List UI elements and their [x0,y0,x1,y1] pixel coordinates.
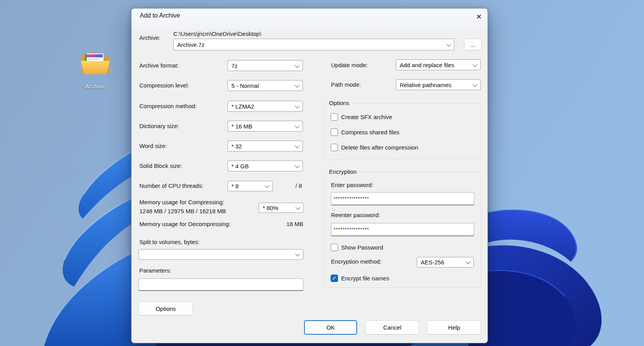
checkbox-create-sfx[interactable]: ✓ [331,113,338,121]
path-mode-label: Path mode: [331,81,361,88]
dictionary-size-label: Dictionary size: [139,123,179,130]
dictionary-size-combobox[interactable]: * 16 MB [228,121,303,132]
archive-label: Archive: [139,34,160,41]
checkbox-compress-shared-label: Compress shared files [341,129,399,136]
path-mode-value: Relative pathnames [400,82,471,88]
dialog-title: Add to Archive [140,12,180,19]
compression-method-value: * LZMA2 [231,103,293,110]
archive-name-value: Archive.7z [177,41,445,48]
path-mode-combobox[interactable]: Relative pathnames [396,79,481,90]
reenter-password-label: Reenter password: [331,212,380,219]
titlebar[interactable] [132,9,487,29]
cpu-threads-combobox[interactable]: * 8 [228,181,273,191]
compression-method-label: Compression method: [139,103,197,110]
chevron-down-icon [295,123,300,128]
archive-format-combobox[interactable]: 7z [228,60,303,71]
chevron-down-icon [265,183,270,188]
word-size-combobox[interactable]: * 32 [228,141,303,152]
chevron-down-icon [295,82,300,87]
options-group-legend: Options [327,100,351,106]
parameters-label: Parameters: [139,267,171,274]
chevron-down-icon [295,205,301,210]
solid-block-size-label: Solid Block size: [139,162,182,169]
parameters-input[interactable] [139,278,303,291]
archive-format-label: Archive format: [139,62,179,69]
archive-format-value: 7z [231,62,293,69]
reenter-password-input[interactable] [331,223,474,236]
memory-decompress-label: Memory usage for Decompressing: [139,221,230,228]
chevron-down-icon [295,163,300,168]
browse-button[interactable]: ... [464,39,482,50]
checkbox-encrypt-file-names[interactable]: ✓ [331,275,338,282]
encryption-method-label: Encryption method: [331,258,381,265]
ok-button[interactable]: OK [304,320,357,335]
browse-button-label: ... [470,41,475,48]
checkbox-create-sfx-label: Create SFX archive [341,114,392,121]
checkbox-show-password[interactable]: ✓ [331,244,338,251]
options-button-label: Options [156,305,176,312]
cpu-threads-label: Number of CPU threads: [139,182,203,189]
encryption-group-legend: Encryption [327,168,359,175]
chevron-down-icon [295,103,300,108]
help-button[interactable]: Help [427,320,481,335]
split-volumes-combobox[interactable] [139,249,303,260]
cancel-button[interactable]: Cancel [365,320,419,335]
encryption-method-value: AES-256 [421,259,464,266]
chevron-down-icon [295,251,300,257]
chevron-down-icon [473,82,478,87]
desktop-icon-archive[interactable]: Archive [77,51,113,89]
chevron-down-icon [446,41,451,46]
folder-icon [80,51,110,75]
chevron-down-icon [473,62,478,67]
chevron-down-icon [295,62,300,68]
update-mode-label: Update mode: [331,62,368,69]
archive-name-combobox[interactable]: Archive.7z [173,39,454,50]
checkbox-compress-shared[interactable]: ✓ [331,128,338,136]
compression-level-combobox[interactable]: 5 - Normal [228,80,303,91]
word-size-label: Word size: [139,143,167,150]
solid-block-size-value: * 4 GB [231,163,293,169]
memory-compress-value: * 80% [263,205,294,211]
memory-compress-combobox[interactable]: * 80% [259,203,304,213]
chevron-down-icon [466,259,471,264]
encryption-method-combobox[interactable]: AES-256 [417,257,474,268]
dictionary-size-value: * 16 MB [231,123,293,130]
enter-password-input[interactable] [331,192,474,205]
cpu-threads-value: * 8 [231,183,263,189]
compression-level-label: Compression level: [139,82,189,89]
add-to-archive-dialog: Add to Archive ✕ Archive: C:\Users\jricm… [131,8,488,343]
compression-level-value: 5 - Normal [231,82,293,89]
chevron-down-icon [295,143,300,148]
update-mode-value: Add and replace files [400,62,471,68]
checkbox-delete-after-label: Delete files after compression [341,144,418,151]
memory-compress-label: Memory usage for Compressing: [139,199,224,206]
word-size-value: * 32 [231,143,293,150]
cpu-threads-max: / 8 [295,182,302,189]
memory-compress-detail: 1248 MB / 12975 MB / 16218 MB [139,208,226,215]
checkbox-show-password-label: Show Password [341,244,383,251]
ok-button-label: OK [326,324,335,331]
options-button[interactable]: Options [139,301,193,316]
close-button[interactable]: ✕ [472,10,486,23]
desktop-icon-label: Archive [77,83,113,89]
help-button-label: Help [448,324,460,331]
checkbox-delete-after[interactable]: ✓ [331,144,338,151]
compression-method-combobox[interactable]: * LZMA2 [228,101,303,112]
update-mode-combobox[interactable]: Add and replace files [396,59,481,70]
memory-decompress-value: 18 MB [260,221,303,228]
split-volumes-label: Split to volumes, bytes: [139,239,199,246]
enter-password-label: Enter password: [331,182,373,189]
solid-block-size-combobox[interactable]: * 4 GB [228,161,303,171]
close-icon: ✕ [476,13,482,20]
cancel-button-label: Cancel [383,324,402,331]
archive-path: C:\Users\jricm\OneDrive\Desktop\ [173,30,261,37]
check-icon: ✓ [331,275,338,282]
checkbox-encrypt-file-names-label: Encrypt file names [341,275,389,282]
